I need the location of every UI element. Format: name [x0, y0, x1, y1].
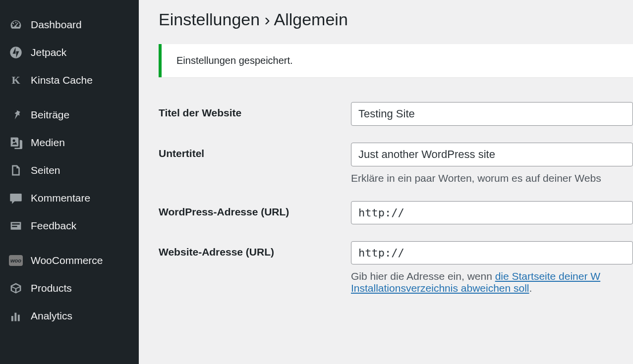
row-site-title: Titel der Website: [159, 102, 633, 126]
label-site-title: Titel der Website: [159, 102, 351, 119]
sidebar-item-label: Jetpack: [31, 47, 66, 58]
sidebar-item-label: Analytics: [31, 310, 72, 322]
comment-icon: [9, 191, 23, 205]
main-content: Einstellungen › Allgemein Einstellungen …: [139, 0, 633, 364]
page-title: Einstellungen › Allgemein: [159, 10, 633, 29]
site-url-description: Gib hier die Adresse ein, wenn die Start…: [351, 270, 633, 294]
tagline-description: Erkläre in ein paar Worten, worum es auf…: [351, 172, 633, 184]
site-title-input[interactable]: [351, 102, 633, 126]
sidebar-item-label: WooCommerce: [31, 255, 103, 266]
sidebar-item-products[interactable]: Products: [0, 274, 139, 302]
label-tagline: Untertitel: [159, 143, 351, 159]
products-icon: [9, 281, 23, 295]
site-url-input[interactable]: [351, 241, 633, 264]
site-url-help-link-1[interactable]: die Startseite deiner W: [495, 270, 600, 282]
sidebar-item-woocommerce[interactable]: woo WooCommerce: [0, 247, 139, 274]
tagline-input[interactable]: [351, 143, 633, 166]
sidebar-item-label: Kinsta Cache: [31, 74, 93, 86]
analytics-icon: [9, 309, 23, 323]
wp-url-input[interactable]: [351, 201, 633, 224]
sidebar-item-label: Feedback: [31, 220, 76, 232]
sidebar-item-pages[interactable]: Seiten: [0, 156, 139, 184]
sidebar-item-label: Kommentare: [31, 192, 90, 204]
sidebar-item-analytics[interactable]: Analytics: [0, 302, 139, 330]
media-icon: [9, 136, 23, 150]
sidebar-item-label: Medien: [31, 137, 65, 149]
pin-icon: [9, 108, 23, 122]
sidebar-item-label: Dashboard: [31, 19, 82, 31]
pages-icon: [9, 163, 23, 177]
woocommerce-icon: woo: [9, 254, 23, 267]
jetpack-icon: [9, 46, 23, 59]
kinsta-icon: K: [9, 73, 23, 87]
sidebar-item-dashboard[interactable]: Dashboard: [0, 11, 139, 39]
row-site-url: Website-Adresse (URL) Gib hier die Adres…: [159, 241, 633, 294]
sidebar-item-jetpack[interactable]: Jetpack: [0, 39, 139, 66]
row-wp-url: WordPress-Adresse (URL): [159, 201, 633, 224]
sidebar-item-media[interactable]: Medien: [0, 129, 139, 156]
admin-sidebar: Dashboard Jetpack K Kinsta Cache Beiträg…: [0, 0, 139, 364]
sidebar-item-label: Beiträge: [31, 109, 69, 121]
sidebar-item-comments[interactable]: Kommentare: [0, 184, 139, 212]
dashboard-icon: [9, 18, 23, 32]
label-wp-url: WordPress-Adresse (URL): [159, 201, 351, 218]
settings-saved-notice: Einstellungen gespeichert.: [159, 44, 633, 77]
svg-point-0: [10, 47, 21, 58]
sidebar-item-kinsta-cache[interactable]: K Kinsta Cache: [0, 66, 139, 94]
sidebar-item-label: Products: [31, 282, 72, 294]
notice-message: Einstellungen gespeichert.: [176, 55, 293, 66]
sidebar-item-feedback[interactable]: Feedback: [0, 212, 139, 240]
label-site-url: Website-Adresse (URL): [159, 241, 351, 258]
sidebar-item-posts[interactable]: Beiträge: [0, 101, 139, 129]
feedback-icon: [9, 219, 23, 233]
sidebar-item-label: Seiten: [31, 164, 60, 176]
row-tagline: Untertitel Erkläre in ein paar Worten, w…: [159, 143, 633, 184]
site-url-help-link-2[interactable]: Installationsverzeichnis abweichen soll: [351, 282, 529, 294]
